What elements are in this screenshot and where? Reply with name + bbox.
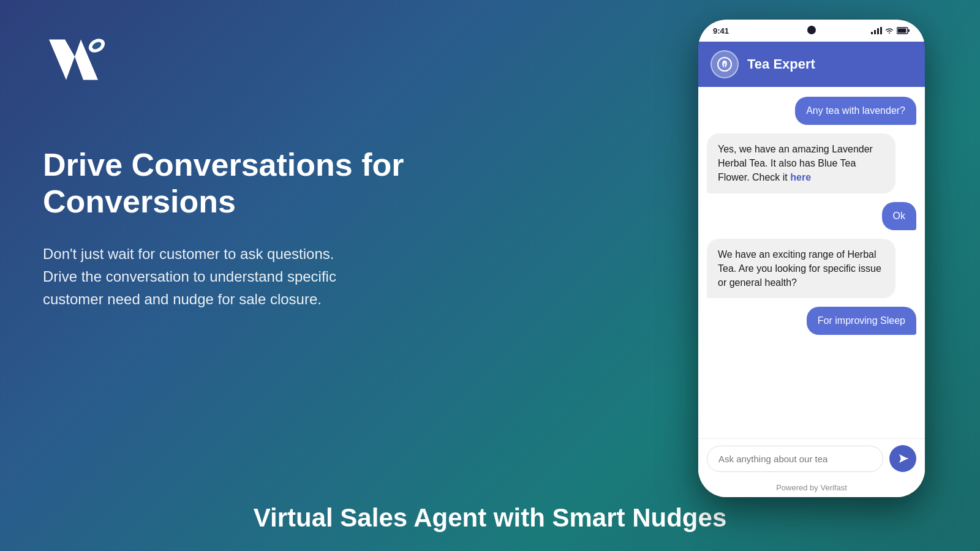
bottom-tagline: Virtual Sales Agent with Smart Nudges: [0, 503, 980, 533]
powered-by: Powered by Verifast: [698, 478, 925, 497]
status-icons: [871, 27, 910, 34]
svg-rect-8: [908, 29, 910, 32]
chat-avatar: [710, 50, 739, 78]
status-bar: 9:41: [698, 20, 925, 42]
svg-rect-4: [877, 28, 879, 34]
phone-mockup: 9:41: [698, 20, 925, 497]
main-heading: Drive Conversations for Conversions: [43, 147, 423, 220]
status-time: 9:41: [713, 26, 729, 36]
message-3-user: Ok: [882, 202, 916, 230]
sub-text: Don't just wait for customer to ask ques…: [43, 242, 423, 311]
logo: [43, 31, 116, 94]
chat-header: Tea Expert: [698, 42, 925, 87]
message-1-user: Any tea with lavender?: [795, 97, 916, 125]
chat-body: Any tea with lavender? Yes, we have an a…: [698, 87, 925, 497]
messages-area: Any tea with lavender? Yes, we have an a…: [698, 87, 925, 438]
left-content: Drive Conversations for Conversions Don'…: [43, 147, 423, 310]
svg-rect-2: [871, 32, 873, 34]
svg-rect-5: [880, 27, 882, 34]
message-2-bot: Yes, we have an amazing Lavender Herbal …: [707, 133, 895, 193]
here-link[interactable]: here: [790, 172, 811, 182]
message-4-bot: We have an exciting range of Herbal Tea.…: [707, 239, 895, 299]
chat-input-area: [698, 438, 925, 478]
svg-rect-3: [874, 30, 876, 34]
svg-rect-7: [898, 29, 907, 33]
message-5-user: For improving Sleep: [807, 307, 916, 335]
chat-input[interactable]: [707, 446, 883, 472]
chat-header-title: Tea Expert: [747, 56, 815, 72]
send-button[interactable]: [889, 445, 916, 472]
